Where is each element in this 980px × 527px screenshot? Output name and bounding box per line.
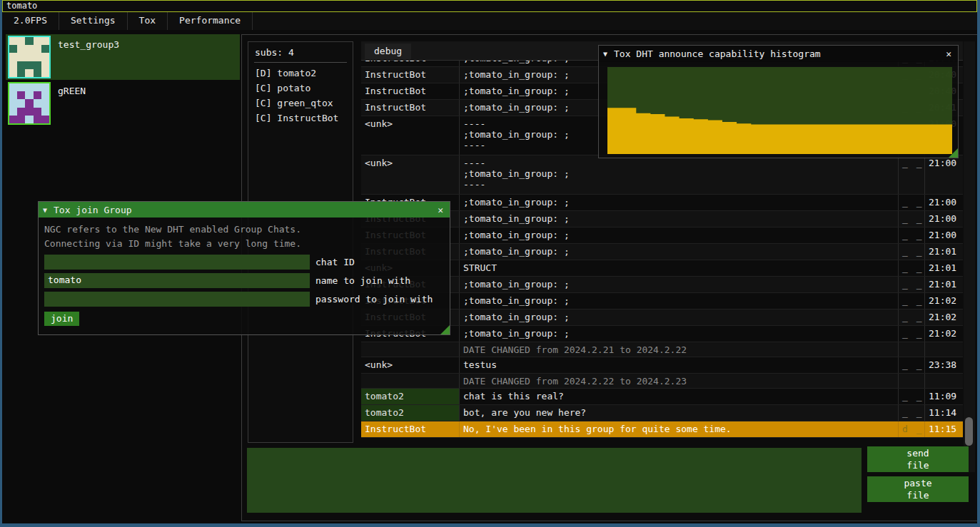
menu-item-performance[interactable]: Performance [168,12,253,30]
dht-histogram-title: Tox DHT announce capability histogram [614,48,944,59]
chat-id-field[interactable] [44,255,310,270]
delivery-status: _ _ [899,357,925,373]
sender-name: InstructBot [361,100,460,116]
sender-name [361,374,460,388]
dht-histogram-titlebar[interactable]: ▼ Tox DHT announce capability histogram … [599,46,958,62]
subs-member[interactable]: [C] potato [248,81,353,96]
delivery-status: _ _ [899,293,925,309]
collapse-icon[interactable]: ▼ [43,206,47,214]
message-time: 11:09 [925,389,963,404]
message-row: <unk>STRUCT_ _21:01 [361,260,963,277]
group-item-gREEN[interactable]: gREEN [6,81,240,126]
delivery-status: _ _ [899,195,925,210]
histogram-series [607,67,952,154]
delivery-status [899,342,925,357]
chat-scrollbar[interactable] [964,41,975,472]
message-time: 11:15 [925,421,963,437]
subs-member-list: [D] tomato2[C] potato[C] green_qtox[C] I… [248,66,353,126]
delivery-status: d _ [899,421,925,437]
delivery-status: _ _ [899,405,925,421]
sender-name: tomato2 [361,389,460,404]
message-text: testus [460,357,899,373]
message-row: InstructBot;tomato_in_group: ;_ _21:00 [361,211,963,227]
menu-item-2-0fps[interactable]: 2.0FPS [2,12,59,30]
join-name-label: name to join with [310,275,410,286]
subs-header: subs: 4 [248,42,353,62]
close-icon[interactable]: ✕ [435,205,445,215]
message-time: 21:00 [925,195,963,210]
subs-member[interactable]: [C] green_qtox [248,96,353,111]
group-avatar [8,36,51,78]
join-info-line: Connecting via ID might take a very long… [44,237,444,251]
group-name: gREEN [51,82,86,96]
message-text: STRUCT [460,260,899,276]
join-group-title: Tox join Group [54,205,435,215]
menu-item-tox[interactable]: Tox [128,12,168,30]
delivery-status [899,374,925,388]
chat-id-label: chat ID [310,257,355,267]
sender-name: InstructBot [361,67,460,83]
window-titlebar[interactable]: tomato [2,0,977,12]
group-name: test_group3 [51,36,119,50]
message-row: InstructBot;tomato_in_group: ;_ _21:02 [361,326,963,342]
window-title: tomato [6,1,37,11]
message-text: DATE CHANGED from 2024.2.21 to 2024.2.22 [460,342,899,357]
message-time: 21:02 [925,293,963,309]
message-text: DATE CHANGED from 2024.2.22 to 2024.2.23 [460,374,899,388]
message-text: ---- ;tomato_in_group: ; ---- [460,155,899,194]
paste-file-button[interactable]: paste file [867,476,969,502]
menu-item-settings[interactable]: Settings [59,12,128,30]
subs-member[interactable]: [D] tomato2 [248,66,353,81]
subs-separator [254,62,347,63]
message-time [925,342,963,357]
message-time: 21:02 [925,326,963,342]
message-row: InstructBot;tomato_in_group: ;_ _21:00 [361,195,963,211]
message-time: 21:00 [925,227,963,243]
sender-name: <unk> [361,357,460,373]
message-text: ;tomato_in_group: ; [460,293,899,309]
sender-name: <unk> [361,155,460,194]
resize-grip-icon[interactable] [949,148,958,158]
date-divider-row: DATE CHANGED from 2024.2.21 to 2024.2.22 [361,342,963,357]
group-item-test_group3[interactable]: test_group3 [6,34,240,80]
message-row: InstructBot;tomato_in_group: ;_ _21:01 [361,244,963,260]
delivery-status: _ _ [899,155,925,194]
message-time: 21:00 [925,211,963,227]
message-row: InstructBot;tomato_in_group: ;_ _21:02 [361,293,963,309]
delivery-status: _ _ [899,389,925,404]
message-text: ;tomato_in_group: ; [460,195,899,210]
resize-grip-icon[interactable] [440,325,450,334]
message-text: bot, are you new here? [460,405,899,421]
message-row: <unk>---- ;tomato_in_group: ; ----_ _21:… [361,155,963,195]
join-button[interactable]: join [44,312,79,326]
send-file-button[interactable]: send file [867,446,969,472]
sender-name: InstructBot [361,421,460,437]
join-name-field[interactable]: tomato [44,273,310,288]
sender-name [361,342,460,357]
close-icon[interactable]: ✕ [944,48,954,59]
tab-debug[interactable]: debug [365,44,411,59]
subs-member[interactable]: [C] InstructBot [248,111,353,126]
message-row: InstructBot;tomato_in_group: ;_ _21:00 [361,227,963,244]
message-time: 21:00 [925,155,963,194]
message-text: ;tomato_in_group: ; [460,326,899,342]
join-group-body: NGC refers to the New DHT enabled Group … [39,218,450,326]
join-info-line: NGC refers to the New DHT enabled Group … [44,222,444,237]
message-text: ;tomato_in_group: ; [460,227,899,243]
message-text: ;tomato_in_group: ; [460,244,899,260]
message-row: <unk>testus_ _23:38 [361,357,963,374]
message-text: No, I've been in this group for quite so… [460,421,899,437]
group-list: test_group3gREEN [6,34,240,127]
date-divider-row: DATE CHANGED from 2024.2.22 to 2024.2.23 [361,374,963,389]
sender-name: <unk> [361,116,460,155]
join-group-titlebar[interactable]: ▼ Tox join Group ✕ [39,202,450,218]
join-password-field[interactable] [44,292,310,307]
delivery-status: _ _ [899,260,925,276]
delivery-status: _ _ [899,309,925,325]
delivery-status: _ _ [899,244,925,260]
collapse-icon[interactable]: ▼ [603,50,607,58]
delivery-status: _ _ [899,227,925,243]
message-time: 21:01 [925,260,963,276]
message-input[interactable] [247,448,862,513]
chat-scrollbar-thumb[interactable] [965,417,973,446]
